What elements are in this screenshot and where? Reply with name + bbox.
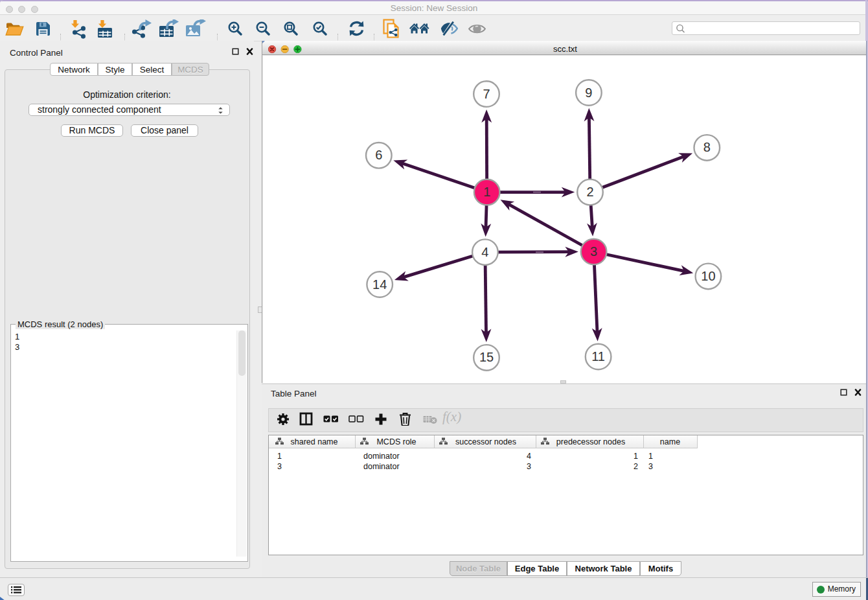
svg-text:10: 10 [701,269,715,283]
svg-text:15: 15 [479,350,494,364]
svg-text:3: 3 [590,244,597,259]
svg-text:11: 11 [591,349,605,363]
svg-text:7: 7 [483,87,490,101]
svg-text:14: 14 [372,277,387,292]
svg-text:9: 9 [585,86,592,100]
svg-text:2: 2 [586,185,593,199]
svg-text:4: 4 [481,245,488,259]
svg-text:1: 1 [483,185,490,199]
svg-text:8: 8 [703,140,711,154]
svg-text:6: 6 [375,148,382,162]
